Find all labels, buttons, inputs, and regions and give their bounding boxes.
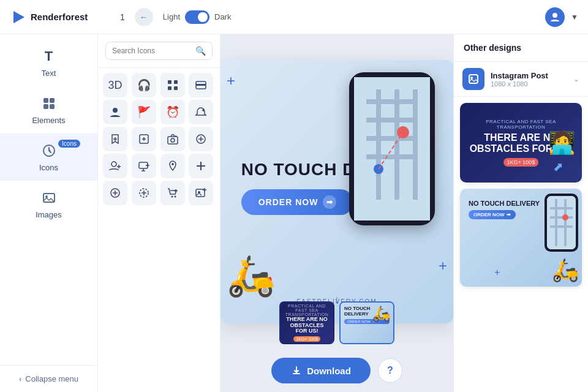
svg-rect-10 (174, 80, 178, 84)
svg-rect-55 (354, 77, 430, 221)
scooter-illustration: 🛵 (227, 253, 276, 299)
svg-point-47 (171, 196, 173, 198)
sidebar-item-icons-label: Icons (39, 163, 58, 172)
svg-rect-66 (469, 75, 478, 83)
icon-user-plus[interactable] (103, 154, 127, 178)
svg-rect-9 (168, 80, 172, 84)
icon-bookmark-plus[interactable] (103, 127, 127, 151)
images-icon (40, 189, 58, 206)
icon-bell-plus[interactable] (189, 100, 213, 124)
right-panel-header: Other designs (454, 34, 588, 62)
design-card-1[interactable]: PRACTICAL AND FAST SEA TRANSPORTATION TH… (460, 103, 582, 183)
design-type-icon (462, 68, 484, 90)
icon-cart-plus[interactable] (160, 181, 185, 205)
right-panel: Other designs Instagram Post 1080 x 1080… (453, 34, 588, 392)
svg-rect-11 (168, 86, 172, 90)
card1-arrow-icon: ⬈ (553, 159, 564, 174)
icons-icon (40, 142, 58, 159)
sidebar-item-text[interactable]: T Text (0, 39, 97, 86)
svg-rect-4 (43, 104, 48, 109)
card1-badge: 1KG+ 100$ (503, 158, 539, 167)
sidebar-item-elements[interactable]: Elements (0, 86, 97, 134)
svg-rect-5 (50, 104, 55, 109)
svg-rect-3 (50, 98, 55, 103)
svg-point-74 (562, 214, 568, 221)
topbar-center: 1 ← Light Dark (108, 8, 545, 26)
icon-circle-plus-2[interactable] (103, 181, 127, 205)
search-box: 🔍 (105, 42, 213, 60)
card1-subtitle: PRACTICAL AND FAST SEA TRANSPORTATION (467, 119, 575, 130)
sidebar-item-images[interactable]: Images (0, 181, 97, 228)
download-button[interactable]: Download (271, 358, 371, 383)
svg-rect-68 (547, 196, 576, 249)
thumbnail-2[interactable]: NO TOUCH DELIVERY ORDER NOW → 🛵 (339, 301, 394, 344)
help-button[interactable]: ? (378, 358, 402, 383)
right-panel-cards: PRACTICAL AND FAST SEA TRANSPORTATION TH… (454, 97, 588, 392)
icon-flag[interactable]: 🚩 (132, 100, 156, 124)
plus-icon-canvas-2[interactable]: + (227, 72, 235, 89)
search-input[interactable] (112, 47, 192, 55)
logo-icon (10, 9, 27, 26)
collapse-menu-button[interactable]: ‹ Collapse menu (0, 365, 97, 392)
order-now-button[interactable]: ORDER NOW ➡ (241, 189, 354, 215)
icon-circle-plus-3[interactable] (132, 181, 156, 205)
card2-title: NO TOUCH DELIVERY (469, 200, 540, 208)
svg-rect-2 (43, 98, 48, 103)
svg-point-48 (174, 196, 176, 198)
search-icon[interactable]: 🔍 (195, 46, 206, 56)
svg-point-29 (111, 162, 116, 167)
sidebar: T Text Elements Icons Icons Ima (0, 34, 98, 392)
icon-plus-lg[interactable] (189, 154, 213, 178)
icon-camera-plus[interactable] (160, 127, 185, 151)
back-button[interactable]: ← (135, 8, 153, 26)
thumbnail-1[interactable]: PRACTICAL AND FAST SEA TRANSPORTATION TH… (279, 301, 334, 344)
icon-map-pin-plus[interactable] (160, 154, 185, 178)
icon-plus-square[interactable] (132, 127, 156, 151)
svg-rect-23 (168, 137, 178, 144)
phone-mockup (349, 72, 435, 225)
order-btn-arrow-icon: ➡ (323, 195, 336, 209)
map-icon (354, 77, 430, 221)
main-layout: T Text Elements Icons Icons Ima (0, 34, 588, 392)
topbar-right: ▼ (545, 7, 578, 27)
light-label: Light (163, 12, 180, 21)
sidebar-item-text-label: Text (42, 69, 56, 78)
card2-order-btn: ORDER NOW ➡ (469, 210, 516, 219)
icon-3d[interactable]: 3D (103, 73, 127, 97)
topbar: Renderforest 1 ← Light Dark ▼ (0, 0, 588, 34)
theme-toggle-group: Light Dark (163, 10, 232, 24)
icon-user[interactable] (103, 100, 127, 124)
sidebar-items: T Text Elements Icons Icons Ima (0, 34, 97, 365)
icon-card[interactable] (189, 73, 213, 97)
canvas-area: → NO TOUCH DELIVERY ORDER NOW ➡ (221, 34, 453, 392)
sidebar-item-icons[interactable]: Icons Icons (0, 134, 97, 181)
avatar[interactable] (545, 7, 565, 27)
icon-grid[interactable] (160, 73, 185, 97)
design-selector[interactable]: Instagram Post 1080 x 1080 ⌄ (454, 62, 588, 97)
icons-grid: 3D 🎧 🚩 ⏰ (98, 68, 220, 210)
icon-monitor-plus[interactable] (132, 154, 156, 178)
logo-text: Renderforest (31, 12, 88, 22)
svg-point-24 (171, 138, 175, 142)
card2-content: NO TOUCH DELIVERY ORDER NOW ➡ (466, 195, 542, 281)
svg-rect-12 (174, 86, 178, 90)
plus-icon-canvas-1[interactable]: + (439, 257, 447, 274)
design-card-2[interactable]: NO TOUCH DELIVERY ORDER NOW ➡ 🛵 + (460, 189, 582, 287)
canvas-frame: NO TOUCH DELIVERY ORDER NOW ➡ (221, 60, 453, 323)
icon-headset[interactable]: 🎧 (132, 73, 156, 97)
design-chevron-icon[interactable]: ⌄ (573, 75, 579, 83)
design-name: Instagram Post (491, 71, 567, 80)
dark-label: Dark (214, 12, 231, 21)
theme-toggle[interactable] (185, 10, 209, 24)
svg-rect-65 (293, 373, 300, 374)
icon-image-plus[interactable] (189, 181, 213, 205)
icons-panel: 🔍 3D 🎧 🚩 ⏰ (98, 34, 221, 392)
design-size: 1080 x 1080 (491, 80, 567, 88)
text-icon: T (40, 48, 58, 65)
icon-alarm[interactable]: ⏰ (160, 100, 185, 124)
svg-rect-51 (196, 189, 205, 197)
topbar-chevron-icon[interactable]: ▼ (571, 13, 578, 21)
card1-character: 🧑‍💻 (548, 130, 576, 156)
logo[interactable]: Renderforest (10, 9, 108, 26)
icon-circle-plus[interactable] (189, 127, 213, 151)
